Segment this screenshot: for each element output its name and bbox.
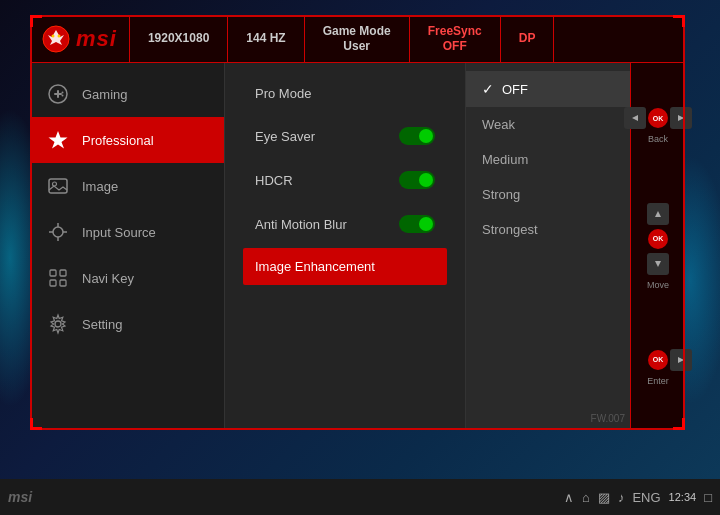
msi-brand-text: msi bbox=[76, 26, 117, 52]
header-port: DP bbox=[501, 15, 555, 62]
eye-saver-toggle[interactable] bbox=[399, 127, 435, 145]
anti-motion-blur-toggle[interactable] bbox=[399, 215, 435, 233]
move-label: Move bbox=[647, 280, 669, 290]
sidebar-image-label: Image bbox=[82, 179, 118, 194]
dpad-ok-move-btn[interactable]: OK bbox=[648, 229, 668, 249]
option-strongest-label: Strongest bbox=[482, 222, 538, 237]
option-off[interactable]: ✓ OFF bbox=[466, 71, 630, 107]
taskbar-msi-brand: msi bbox=[8, 489, 32, 505]
dpad-ok-back-btn[interactable]: OK bbox=[648, 108, 668, 128]
option-strong-label: Strong bbox=[482, 187, 520, 202]
svg-point-11 bbox=[53, 227, 63, 237]
setting-icon bbox=[46, 312, 70, 336]
sidebar-gaming-label: Gaming bbox=[82, 87, 128, 102]
sidebar-navi-key-label: Navi Key bbox=[82, 271, 134, 286]
osd-container: msi 1920X1080 144 HZ Game ModeUser FreeS… bbox=[30, 15, 685, 430]
taskbar-time: 12:34 bbox=[669, 491, 697, 503]
menu-item-hdcr-label: HDCR bbox=[255, 173, 293, 188]
monitor-icon: ▨ bbox=[598, 490, 610, 505]
wifi-icon: ⌂ bbox=[582, 490, 590, 505]
main-content: Gaming Professional Im bbox=[30, 63, 630, 430]
header-resolution: 1920X1080 bbox=[130, 15, 228, 62]
svg-point-6 bbox=[62, 92, 64, 94]
msi-logo: msi bbox=[30, 15, 130, 62]
option-weak[interactable]: Weak bbox=[466, 107, 630, 142]
back-label: Back bbox=[648, 134, 668, 144]
svg-rect-9 bbox=[49, 179, 67, 193]
menu-item-image-enhancement[interactable]: Image Enhancement bbox=[243, 248, 447, 285]
dpad-up-btn[interactable] bbox=[647, 203, 669, 225]
image-icon bbox=[46, 174, 70, 198]
svg-point-20 bbox=[55, 321, 61, 327]
check-mark-icon: ✓ bbox=[482, 81, 494, 97]
svg-rect-5 bbox=[57, 90, 59, 98]
dpad-right-enter-btn[interactable] bbox=[670, 349, 692, 371]
right-options-panel: ✓ OFF Weak Medium Strong Strongest bbox=[465, 63, 630, 430]
enter-label: Enter bbox=[647, 376, 669, 386]
menu-item-image-enhancement-label: Image Enhancement bbox=[255, 259, 375, 274]
dpad-right-back-btn[interactable] bbox=[670, 107, 692, 129]
svg-marker-21 bbox=[632, 115, 638, 121]
svg-point-2 bbox=[58, 34, 61, 37]
navi-key-icon bbox=[46, 266, 70, 290]
svg-rect-17 bbox=[60, 270, 66, 276]
menu-item-eye-saver[interactable]: Eye Saver bbox=[243, 116, 447, 156]
header-hz: 144 HZ bbox=[228, 15, 304, 62]
input-source-icon bbox=[46, 220, 70, 244]
header-bar: msi 1920X1080 144 HZ Game ModeUser FreeS… bbox=[30, 15, 685, 63]
dpad-ok-enter-btn[interactable]: OK bbox=[648, 350, 668, 370]
option-off-label: OFF bbox=[502, 82, 528, 97]
back-dpad-group: OK Back bbox=[624, 107, 692, 144]
sidebar-professional-label: Professional bbox=[82, 133, 154, 148]
svg-rect-18 bbox=[50, 280, 56, 286]
dpad-down-btn[interactable] bbox=[647, 253, 669, 275]
svg-marker-22 bbox=[678, 115, 684, 121]
menu-item-anti-motion-blur-label: Anti Motion Blur bbox=[255, 217, 347, 232]
sidebar-item-navi-key[interactable]: Navi Key bbox=[30, 255, 224, 301]
svg-marker-25 bbox=[678, 357, 684, 363]
dpad-left-btn[interactable] bbox=[624, 107, 646, 129]
sidebar-item-input-source[interactable]: Input Source bbox=[30, 209, 224, 255]
center-panel: Pro Mode Eye Saver HDCR Anti Motion Blur… bbox=[225, 63, 465, 430]
move-dpad-group: OK Move bbox=[624, 203, 692, 290]
svg-rect-19 bbox=[60, 280, 66, 286]
enter-dpad-group: OK Enter bbox=[624, 349, 692, 386]
header-game-mode: Game ModeUser bbox=[305, 15, 410, 62]
menu-item-pro-mode[interactable]: Pro Mode bbox=[243, 75, 447, 112]
option-medium-label: Medium bbox=[482, 152, 528, 167]
svg-point-1 bbox=[52, 34, 55, 37]
sidebar-input-source-label: Input Source bbox=[82, 225, 156, 240]
sidebar: Gaming Professional Im bbox=[30, 63, 225, 430]
taskbar-left: msi bbox=[8, 489, 32, 505]
sidebar-item-gaming[interactable]: Gaming bbox=[30, 71, 224, 117]
option-strong[interactable]: Strong bbox=[466, 177, 630, 212]
menu-item-pro-mode-label: Pro Mode bbox=[255, 86, 311, 101]
menu-item-hdcr[interactable]: HDCR bbox=[243, 160, 447, 200]
msi-dragon-icon bbox=[42, 25, 70, 53]
professional-icon bbox=[46, 128, 70, 152]
notification-icon: □ bbox=[704, 490, 712, 505]
taskbar: msi ∧ ⌂ ▨ ♪ ENG 12:34 □ bbox=[0, 479, 720, 515]
chevron-up-icon[interactable]: ∧ bbox=[564, 490, 574, 505]
svg-marker-24 bbox=[655, 261, 661, 267]
option-strongest[interactable]: Strongest bbox=[466, 212, 630, 247]
svg-point-10 bbox=[53, 182, 57, 186]
header-freesync: FreeSyncOFF bbox=[410, 15, 501, 62]
menu-item-anti-motion-blur[interactable]: Anti Motion Blur bbox=[243, 204, 447, 244]
svg-point-7 bbox=[62, 95, 64, 97]
menu-item-eye-saver-label: Eye Saver bbox=[255, 129, 315, 144]
sidebar-setting-label: Setting bbox=[82, 317, 122, 332]
sidebar-item-image[interactable]: Image bbox=[30, 163, 224, 209]
lang-indicator: ENG bbox=[632, 490, 660, 505]
gaming-icon bbox=[46, 82, 70, 106]
sidebar-item-professional[interactable]: Professional bbox=[30, 117, 224, 163]
taskbar-right: ∧ ⌂ ▨ ♪ ENG 12:34 □ bbox=[564, 490, 712, 505]
svg-rect-16 bbox=[50, 270, 56, 276]
svg-marker-8 bbox=[49, 131, 68, 149]
right-controls: OK Back OK Move bbox=[630, 63, 685, 430]
firmware-version: FW.007 bbox=[591, 413, 625, 424]
sidebar-item-setting[interactable]: Setting bbox=[30, 301, 224, 347]
hdcr-toggle[interactable] bbox=[399, 171, 435, 189]
svg-marker-23 bbox=[655, 211, 661, 217]
option-medium[interactable]: Medium bbox=[466, 142, 630, 177]
